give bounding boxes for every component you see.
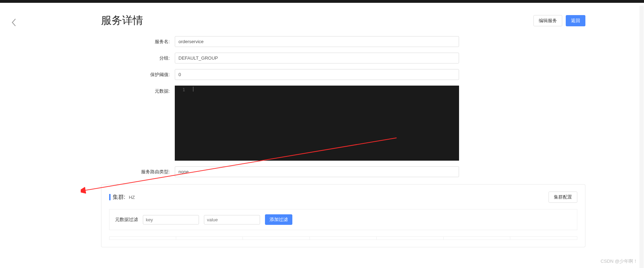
watermark: CSDN @少年啊！ [600, 258, 638, 264]
header-row: 服务详情 编辑服务 返回 [101, 13, 592, 28]
filter-value-input[interactable] [204, 215, 260, 225]
cluster-label: 集群: [113, 194, 125, 201]
code-cursor [193, 87, 193, 92]
form-area: 服务名: 分组: 保护阈值: 元数据: 1 [101, 36, 592, 177]
cluster-title-wrap: 集群: HZ [109, 194, 135, 201]
filter-key-input[interactable] [143, 215, 199, 225]
cluster-accent-bar [109, 194, 111, 200]
add-filter-button[interactable]: 添加过滤 [265, 214, 292, 225]
vertical-scrollbar[interactable] [639, 6, 644, 268]
cluster-header: 集群: HZ 集群配置 [109, 192, 577, 203]
cluster-name: HZ [129, 195, 135, 200]
table-header-stub [109, 236, 577, 240]
label-group: 分组: [101, 53, 175, 61]
edit-service-button[interactable]: 编辑服务 [533, 15, 562, 26]
page-wrapper: 服务详情 编辑服务 返回 服务名: 分组: 保护阈值: 元数据: [0, 3, 644, 268]
label-protect-threshold: 保护阈值: [101, 69, 175, 78]
page-title: 服务详情 [101, 13, 143, 28]
code-gutter: 1 [175, 86, 193, 161]
row-route-type: 服务路由类型: [101, 166, 592, 177]
label-metadata: 元数据: [101, 86, 175, 94]
row-service-name: 服务名: [101, 36, 592, 47]
metadata-code-editor[interactable]: 1 [175, 86, 459, 161]
row-group: 分组: [101, 53, 592, 63]
label-route-type: 服务路由类型: [101, 166, 175, 175]
cluster-card: 集群: HZ 集群配置 元数据过滤 添加过滤 [101, 184, 585, 247]
metadata-filter-box: 元数据过滤 添加过滤 [109, 209, 577, 230]
line-number-1: 1 [175, 87, 193, 93]
label-service-name: 服务名: [101, 36, 175, 45]
input-group[interactable] [175, 53, 459, 63]
input-service-name[interactable] [175, 36, 459, 47]
row-metadata: 元数据: 1 [101, 86, 592, 161]
input-route-type[interactable] [175, 166, 459, 177]
header-actions: 编辑服务 返回 [533, 15, 585, 26]
row-protect-threshold: 保护阈值: [101, 69, 592, 80]
filter-label: 元数据过滤 [115, 216, 138, 223]
input-protect-threshold[interactable] [175, 69, 459, 80]
back-button[interactable]: 返回 [566, 15, 585, 26]
back-chevron-icon[interactable] [11, 18, 16, 28]
cluster-config-button[interactable]: 集群配置 [549, 192, 577, 203]
browser-top-bar [0, 0, 644, 3]
main-content: 服务详情 编辑服务 返回 服务名: 分组: 保护阈值: 元数据: [52, 3, 592, 247]
